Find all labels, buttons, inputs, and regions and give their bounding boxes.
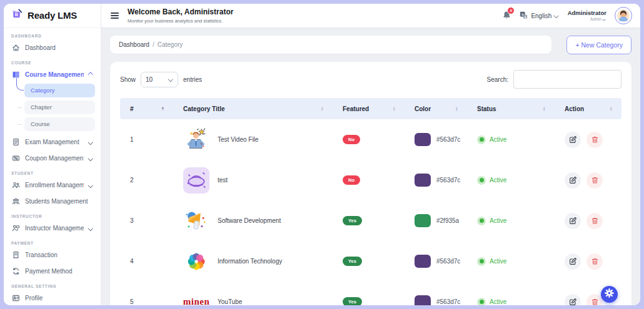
chevron-down-icon [88,140,93,145]
color-cell: #563d7c [405,133,467,146]
edit-button[interactable] [565,172,581,189]
column-label: Status [477,105,496,112]
sidebar-item-label: Instructor Management [25,225,84,232]
color-swatch [415,174,431,187]
sidebar-section-label-instructor: INSTRUCTOR [11,214,93,218]
home-icon [11,44,20,52]
sort-arrows-icon: ▲▼ [543,106,546,112]
sidebar-item-instructor-management[interactable]: Instructor Management [9,220,95,237]
sidebar-item-label: Enrollment Management [25,182,84,189]
featured-badge: No [343,135,360,144]
action-cell [555,213,621,229]
ready-lms-logo-icon: R [11,7,24,23]
edit-button[interactable] [565,213,581,229]
avatar[interactable] [615,7,632,24]
column-header-action[interactable]: Action▲▼ [555,98,621,119]
sidebar-item-label: Coupon Management [25,155,84,162]
user-menu[interactable]: Administrator Admin [568,10,606,21]
sidebar-item-coupon-management[interactable]: Coupon Management [9,150,95,167]
topbar-right: 0 aA English Administrator Admin [502,7,632,24]
sidebar-item-label: Students Management [25,198,93,205]
delete-button[interactable] [586,253,603,270]
column-header-category-title[interactable]: Category Title▲▼ [173,98,333,119]
delete-button[interactable] [586,213,603,229]
category-title-cell: test [173,167,333,194]
breadcrumb: Dashboard / Category [110,36,551,54]
sidebar-item-label: Course Management [25,71,84,78]
juggler-illustration [183,127,209,153]
gear-icon [603,287,616,302]
sidebar-item-payment-method[interactable]: Payment Method [9,263,95,280]
table-row: 3Software DevelopmentYes#2f935aActive [120,200,621,241]
sort-arrows-icon: ▲▼ [455,106,458,112]
rainbow-flower-illustration [183,248,209,275]
logo[interactable]: R Ready LMS [4,4,101,28]
delete-button[interactable] [586,294,603,306]
delete-button[interactable] [586,132,603,148]
breadcrumb-category: Category [158,41,183,48]
table-row: 2testNo#563d7cActive [120,160,621,200]
page-size-select[interactable]: 10 [141,72,178,87]
color-hex: #563d7c [436,136,460,143]
sidebar-item-exam-management[interactable]: Exam Management [9,134,95,150]
edit-button[interactable] [565,132,581,148]
status-label: Active [490,177,506,184]
svg-text:A: A [525,15,526,18]
featured-cell: Yes [333,297,405,305]
status-dot-icon [477,176,486,185]
sidebar-item-enrollment-management[interactable]: Enrollment Management [9,177,95,194]
sort-arrows-icon: ▲▼ [393,106,396,112]
hamburger-menu-icon[interactable] [109,11,120,21]
sidebar-item-label: Transaction [25,252,93,258]
action-cell [555,132,621,148]
sidebar-item-label: Profile [25,295,93,302]
search-label: Search: [487,76,508,83]
row-number: 1 [120,136,173,143]
column-header-featured[interactable]: Featured▲▼ [333,98,405,119]
category-title: Information Technology [218,258,282,265]
chevron-up-icon [88,72,93,77]
ufo-illustration [183,167,209,194]
category-title-cell: Information Technology [173,248,333,275]
svg-text:R: R [15,12,19,17]
category-title: Test Video File [218,136,258,143]
column-header-status[interactable]: Status▲▼ [467,98,555,119]
notifications-button[interactable]: 0 [502,9,511,22]
new-category-button[interactable]: + New Category [566,36,631,54]
category-title: Software Development [218,217,281,224]
column-header-color[interactable]: Color▲▼ [405,98,467,119]
search-input[interactable] [513,70,621,89]
status-cell: Active [467,298,555,306]
status-dot-icon [477,135,486,144]
edit-button[interactable] [565,253,581,270]
welcome-block: Welcome Back, Administrator Monitor your… [128,7,233,24]
show-label: Show [120,76,136,83]
column-label: Color [415,105,431,112]
exam-icon [11,138,20,147]
sidebar-subitem-course[interactable]: Course [24,117,95,131]
sidebar-subitem-category[interactable]: Category [24,84,95,97]
featured-cell: Yes [333,257,405,266]
main-area: Welcome Back, Administrator Monitor your… [101,4,640,305]
featured-cell: Yes [333,216,405,225]
chevron-down-icon [168,77,173,82]
chevron-down-icon [88,183,93,188]
sidebar-subitem-chapter[interactable]: Chapter [24,101,95,114]
edit-button[interactable] [565,294,581,306]
breadcrumb-dashboard[interactable]: Dashboard [119,41,149,48]
sidebar-item-profile[interactable]: Profile [9,290,95,305]
sidebar-item-transaction[interactable]: Transaction [9,247,95,263]
sort-arrows-icon: ▲▼ [321,106,324,112]
column-header-[interactable]: #▲▼ [120,98,173,119]
page-title: Welcome Back, Administrator [128,7,233,16]
language-selector[interactable]: aA English [520,11,559,21]
sidebar-submenu: CategoryChapterCourse [24,84,95,131]
row-number: 5 [120,298,173,305]
row-number: 3 [120,217,173,224]
status-dot-icon [477,217,486,225]
sidebar-item-students-management[interactable]: Students Management [9,194,95,210]
sidebar-item-dashboard[interactable]: Dashboard [9,40,95,56]
settings-fab-button[interactable] [601,286,618,303]
featured-badge: Yes [343,297,362,305]
delete-button[interactable] [586,172,603,189]
